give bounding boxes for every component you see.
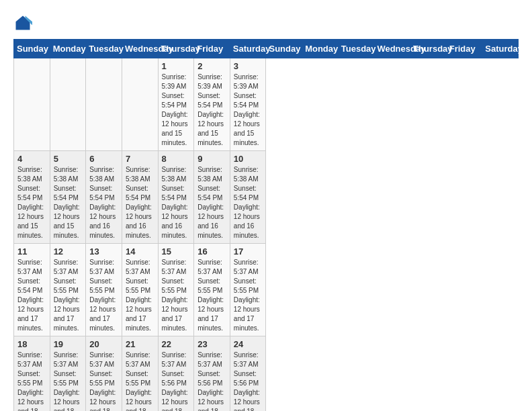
day-info: Sunrise: 5:37 AM Sunset: 5:55 PM Dayligh… bbox=[126, 351, 152, 411]
svg-marker-0 bbox=[16, 16, 30, 30]
day-number: 9 bbox=[197, 154, 226, 164]
day-number: 21 bbox=[126, 339, 154, 349]
calendar-cell: 5Sunrise: 5:38 AM Sunset: 5:54 PM Daylig… bbox=[50, 151, 86, 244]
day-info: Sunrise: 5:37 AM Sunset: 5:55 PM Dayligh… bbox=[54, 351, 80, 411]
day-info: Sunrise: 5:38 AM Sunset: 5:54 PM Dayligh… bbox=[234, 166, 260, 239]
calendar-cell: 13Sunrise: 5:37 AM Sunset: 5:55 PM Dayli… bbox=[86, 244, 122, 336]
calendar-cell: 23Sunrise: 5:37 AM Sunset: 5:56 PM Dayli… bbox=[194, 336, 230, 412]
day-info: Sunrise: 5:38 AM Sunset: 5:54 PM Dayligh… bbox=[89, 166, 116, 239]
header-tuesday: Tuesday bbox=[86, 40, 122, 58]
day-info: Sunrise: 5:37 AM Sunset: 5:54 PM Dayligh… bbox=[17, 259, 44, 332]
day-number: 1 bbox=[162, 61, 191, 71]
calendar-cell bbox=[86, 58, 122, 151]
header-day-friday: Friday bbox=[446, 40, 482, 58]
calendar-cell: 4Sunrise: 5:38 AM Sunset: 5:54 PM Daylig… bbox=[14, 151, 50, 244]
calendar-cell: 19Sunrise: 5:37 AM Sunset: 5:55 PM Dayli… bbox=[50, 336, 86, 412]
day-info: Sunrise: 5:37 AM Sunset: 5:55 PM Dayligh… bbox=[54, 259, 80, 332]
header-day-thursday: Thursday bbox=[410, 40, 447, 58]
day-number: 20 bbox=[89, 339, 118, 349]
day-number: 24 bbox=[234, 339, 263, 349]
day-number: 19 bbox=[54, 339, 83, 349]
day-number: 22 bbox=[162, 339, 191, 349]
day-number: 13 bbox=[89, 246, 118, 257]
calendar-cell: 7Sunrise: 5:38 AM Sunset: 5:54 PM Daylig… bbox=[122, 151, 158, 244]
header-day-wednesday: Wednesday bbox=[374, 40, 410, 58]
page-header bbox=[13, 13, 519, 32]
day-info: Sunrise: 5:37 AM Sunset: 5:55 PM Dayligh… bbox=[126, 259, 152, 332]
day-number: 5 bbox=[54, 154, 83, 164]
day-info: Sunrise: 5:38 AM Sunset: 5:54 PM Dayligh… bbox=[17, 166, 44, 239]
calendar-week-row: 1Sunrise: 5:39 AM Sunset: 5:54 PM Daylig… bbox=[14, 58, 519, 151]
day-number: 11 bbox=[17, 246, 46, 257]
header-day-tuesday: Tuesday bbox=[338, 40, 374, 58]
calendar-cell: 22Sunrise: 5:37 AM Sunset: 5:56 PM Dayli… bbox=[158, 336, 194, 412]
day-number: 10 bbox=[234, 154, 263, 164]
calendar-cell: 21Sunrise: 5:37 AM Sunset: 5:55 PM Dayli… bbox=[122, 336, 158, 412]
header-monday: Monday bbox=[50, 40, 86, 58]
day-info: Sunrise: 5:39 AM Sunset: 5:54 PM Dayligh… bbox=[162, 73, 188, 146]
day-number: 17 bbox=[234, 246, 263, 257]
header-saturday: Saturday bbox=[230, 40, 266, 58]
calendar-cell bbox=[14, 58, 50, 151]
calendar-cell: 3Sunrise: 5:39 AM Sunset: 5:54 PM Daylig… bbox=[230, 58, 266, 151]
day-number: 12 bbox=[54, 246, 83, 257]
logo bbox=[13, 13, 35, 32]
day-number: 2 bbox=[197, 61, 226, 71]
calendar-cell: 17Sunrise: 5:37 AM Sunset: 5:55 PM Dayli… bbox=[230, 244, 266, 336]
day-number: 18 bbox=[17, 339, 46, 349]
calendar-week-row: 4Sunrise: 5:38 AM Sunset: 5:54 PM Daylig… bbox=[14, 151, 519, 244]
day-info: Sunrise: 5:39 AM Sunset: 5:54 PM Dayligh… bbox=[234, 73, 260, 146]
day-info: Sunrise: 5:37 AM Sunset: 5:55 PM Dayligh… bbox=[89, 259, 116, 332]
day-number: 15 bbox=[162, 246, 191, 257]
header-sunday: Sunday bbox=[14, 40, 50, 58]
calendar-cell: 18Sunrise: 5:37 AM Sunset: 5:55 PM Dayli… bbox=[14, 336, 50, 412]
day-number: 23 bbox=[197, 339, 226, 349]
day-number: 7 bbox=[126, 154, 154, 164]
calendar-cell: 15Sunrise: 5:37 AM Sunset: 5:55 PM Dayli… bbox=[158, 244, 194, 336]
calendar-cell: 9Sunrise: 5:38 AM Sunset: 5:54 PM Daylig… bbox=[194, 151, 230, 244]
calendar-cell: 20Sunrise: 5:37 AM Sunset: 5:55 PM Dayli… bbox=[86, 336, 122, 412]
calendar-cell: 12Sunrise: 5:37 AM Sunset: 5:55 PM Dayli… bbox=[50, 244, 86, 336]
day-number: 14 bbox=[126, 246, 154, 257]
day-info: Sunrise: 5:38 AM Sunset: 5:54 PM Dayligh… bbox=[126, 166, 152, 239]
header-day-sunday: Sunday bbox=[266, 40, 302, 58]
day-info: Sunrise: 5:38 AM Sunset: 5:54 PM Dayligh… bbox=[197, 166, 224, 239]
day-number: 6 bbox=[89, 154, 118, 164]
calendar-header-row: SundayMondayTuesdayWednesdayThursdayFrid… bbox=[14, 40, 519, 58]
calendar-cell: 24Sunrise: 5:37 AM Sunset: 5:56 PM Dayli… bbox=[230, 336, 266, 412]
calendar-cell bbox=[50, 58, 86, 151]
calendar-cell bbox=[122, 58, 158, 151]
day-info: Sunrise: 5:37 AM Sunset: 5:56 PM Dayligh… bbox=[162, 351, 188, 411]
calendar-cell: 2Sunrise: 5:39 AM Sunset: 5:54 PM Daylig… bbox=[194, 58, 230, 151]
day-number: 16 bbox=[197, 246, 226, 257]
calendar-cell: 8Sunrise: 5:38 AM Sunset: 5:54 PM Daylig… bbox=[158, 151, 194, 244]
day-info: Sunrise: 5:37 AM Sunset: 5:55 PM Dayligh… bbox=[89, 351, 116, 411]
calendar-table: SundayMondayTuesdayWednesdayThursdayFrid… bbox=[13, 39, 519, 411]
day-info: Sunrise: 5:38 AM Sunset: 5:54 PM Dayligh… bbox=[162, 166, 188, 239]
day-info: Sunrise: 5:37 AM Sunset: 5:55 PM Dayligh… bbox=[197, 259, 224, 332]
header-thursday: Thursday bbox=[158, 40, 194, 58]
day-number: 8 bbox=[162, 154, 191, 164]
day-number: 3 bbox=[234, 61, 263, 71]
day-number: 4 bbox=[17, 154, 46, 164]
day-info: Sunrise: 5:37 AM Sunset: 5:56 PM Dayligh… bbox=[234, 351, 260, 411]
calendar-cell: 6Sunrise: 5:38 AM Sunset: 5:54 PM Daylig… bbox=[86, 151, 122, 244]
day-info: Sunrise: 5:38 AM Sunset: 5:54 PM Dayligh… bbox=[54, 166, 80, 239]
day-info: Sunrise: 5:37 AM Sunset: 5:55 PM Dayligh… bbox=[234, 259, 260, 332]
header-day-monday: Monday bbox=[302, 40, 339, 58]
day-info: Sunrise: 5:37 AM Sunset: 5:56 PM Dayligh… bbox=[197, 351, 224, 411]
calendar-cell: 1Sunrise: 5:39 AM Sunset: 5:54 PM Daylig… bbox=[158, 58, 194, 151]
calendar-cell: 10Sunrise: 5:38 AM Sunset: 5:54 PM Dayli… bbox=[230, 151, 266, 244]
header-friday: Friday bbox=[194, 40, 230, 58]
day-info: Sunrise: 5:39 AM Sunset: 5:54 PM Dayligh… bbox=[197, 73, 224, 146]
calendar-week-row: 11Sunrise: 5:37 AM Sunset: 5:54 PM Dayli… bbox=[14, 244, 519, 336]
calendar-week-row: 18Sunrise: 5:37 AM Sunset: 5:55 PM Dayli… bbox=[14, 336, 519, 412]
day-info: Sunrise: 5:37 AM Sunset: 5:55 PM Dayligh… bbox=[17, 351, 44, 411]
header-day-saturday: Saturday bbox=[482, 40, 519, 58]
calendar-cell: 16Sunrise: 5:37 AM Sunset: 5:55 PM Dayli… bbox=[194, 244, 230, 336]
day-info: Sunrise: 5:37 AM Sunset: 5:55 PM Dayligh… bbox=[162, 259, 188, 332]
calendar-cell: 11Sunrise: 5:37 AM Sunset: 5:54 PM Dayli… bbox=[14, 244, 50, 336]
calendar-cell: 14Sunrise: 5:37 AM Sunset: 5:55 PM Dayli… bbox=[122, 244, 158, 336]
header-wednesday: Wednesday bbox=[122, 40, 158, 58]
logo-icon bbox=[13, 13, 32, 32]
